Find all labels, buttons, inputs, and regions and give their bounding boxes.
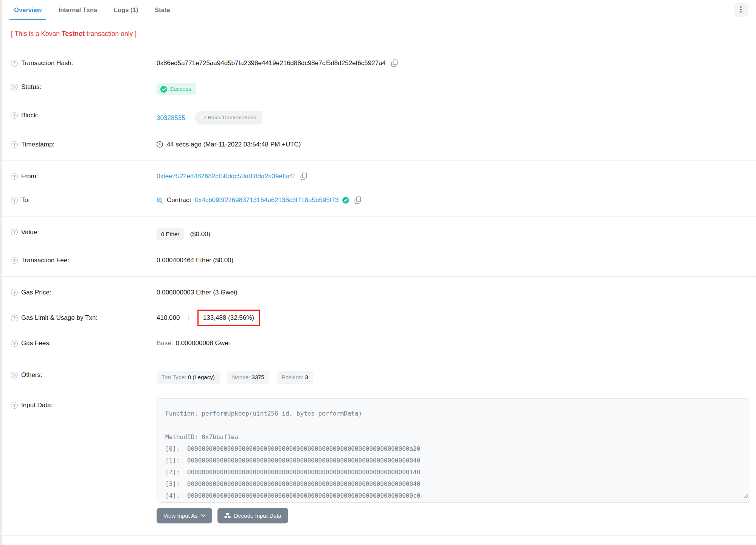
vertical-dots-icon bbox=[740, 6, 742, 14]
section-addresses: ? From: 0xfee7522e8482682cf50ddc50a0f8da… bbox=[2, 160, 756, 216]
value-ether-badge: 0 Ether bbox=[157, 228, 184, 241]
row-input-data: ? Input Data: Function: performUpkeep(ui… bbox=[2, 392, 756, 531]
help-icon[interactable]: ? bbox=[11, 173, 18, 180]
magnifier-icon[interactable] bbox=[157, 197, 163, 204]
input-data-actions: View Input As Decode Input Data bbox=[157, 508, 750, 523]
notice-prefix: [ This is a Kovan bbox=[11, 30, 62, 37]
section-others: ? Others: Txn Type: 0 (Legacy) Nonce: 33… bbox=[2, 359, 756, 536]
timestamp-label: Timestamp: bbox=[21, 140, 54, 148]
input-methodid-line: MethodID: 0x7bbaf1ea bbox=[165, 431, 742, 443]
chevron-down-icon bbox=[201, 514, 205, 517]
txn-type-badge: Txn Type: 0 (Legacy) bbox=[157, 371, 220, 384]
row-value: ? Value: 0 Ether ($0.00) bbox=[2, 220, 756, 249]
input-data-textarea[interactable]: Function: performUpkeep(uint256 id, byte… bbox=[157, 398, 750, 503]
tab-logs[interactable]: Logs (1) bbox=[106, 0, 146, 20]
cubes-icon bbox=[224, 513, 231, 519]
help-icon[interactable]: ? bbox=[11, 112, 18, 119]
gas-limit-value: 410,000 bbox=[157, 314, 180, 322]
transaction-fee-value: 0.000400464 Ether ($0.00) bbox=[157, 256, 233, 264]
help-icon[interactable]: ? bbox=[11, 84, 18, 90]
section-value: ? Value: 0 Ether ($0.00) ? Transaction F… bbox=[2, 216, 756, 277]
section-main: ? Transaction Hash: 0x86ed5a771e725aa94d… bbox=[2, 47, 756, 160]
input-param-line: [1]: 00000000000000000000000000000000000… bbox=[165, 455, 742, 466]
input-param-line: [3]: 00000000000000000000000000000000000… bbox=[165, 478, 742, 490]
input-data-label: Input Data: bbox=[21, 401, 53, 409]
resize-handle[interactable] bbox=[744, 493, 748, 500]
verified-check-icon bbox=[342, 197, 349, 204]
copy-icon[interactable] bbox=[391, 59, 398, 67]
transaction-overview-page: Overview Internal Txns Logs (1) State [ … bbox=[2, 0, 756, 545]
others-label: Others: bbox=[21, 371, 42, 379]
row-transaction-fee: ? Transaction Fee: 0.000400464 Ether ($0… bbox=[2, 248, 756, 272]
testnet-notice: [ This is a Kovan Testnet transaction on… bbox=[2, 20, 756, 47]
block-number-link[interactable]: 30328535 bbox=[157, 114, 185, 122]
transaction-hash-value: 0x86ed5a771e725aa94d5b7fa2398e4419e216d8… bbox=[157, 59, 386, 67]
gas-price-value: 0.000000003 Ether (3 Gwei) bbox=[157, 288, 238, 296]
row-timestamp: ? Timestamp: 44 secs ago (Mar-11-2022 03… bbox=[2, 132, 756, 156]
help-icon[interactable]: ? bbox=[11, 340, 18, 347]
to-address-link[interactable]: 0x4cb093f226983713164a62138c3f718a5b595f… bbox=[195, 196, 338, 204]
help-icon[interactable]: ? bbox=[11, 372, 18, 378]
gas-usage-annotation-box: 133,488 (32.56%) bbox=[197, 310, 260, 326]
help-icon[interactable]: ? bbox=[11, 229, 18, 235]
block-label: Block: bbox=[21, 111, 39, 119]
status-label: Status: bbox=[21, 83, 41, 91]
tab-state[interactable]: State bbox=[146, 0, 178, 20]
row-gas-fees: ? Gas Fees: Base: 0.000000008 Gwei bbox=[2, 331, 756, 355]
input-param-line: [2]: 00000000000000000000000000000000000… bbox=[165, 466, 742, 478]
decode-input-data-label: Decode Input Data bbox=[234, 512, 281, 519]
tab-internal-txns[interactable]: Internal Txns bbox=[50, 0, 106, 20]
copy-icon[interactable] bbox=[354, 196, 361, 204]
help-icon[interactable]: ? bbox=[11, 197, 18, 204]
row-gas-limit-usage: ? Gas Limit & Usage by Txn: 410,000 | 13… bbox=[2, 304, 756, 331]
gas-fees-base-label: Base: bbox=[157, 339, 173, 347]
to-label: To: bbox=[21, 196, 30, 204]
row-to: ? To: Contract 0x4cb093f226983713164a621… bbox=[2, 188, 756, 212]
input-param-line: [4]: 00000000000000000000000000000000000… bbox=[165, 490, 742, 501]
check-circle-icon bbox=[160, 86, 167, 93]
copy-icon[interactable] bbox=[300, 173, 307, 180]
decode-input-data-button[interactable]: Decode Input Data bbox=[217, 508, 288, 523]
notice-suffix: transaction only ] bbox=[85, 30, 137, 37]
more-options-button[interactable] bbox=[734, 3, 748, 17]
tab-bar: Overview Internal Txns Logs (1) State bbox=[2, 0, 756, 20]
help-icon[interactable]: ? bbox=[11, 60, 18, 67]
section-gas: ? Gas Price: 0.000000003 Ether (3 Gwei) … bbox=[2, 277, 756, 360]
notice-bold: Testnet bbox=[62, 30, 85, 37]
gas-limit-usage-label: Gas Limit & Usage by Txn: bbox=[21, 314, 98, 322]
gas-fees-label: Gas Fees: bbox=[21, 339, 51, 347]
help-icon[interactable]: ? bbox=[11, 402, 18, 409]
input-param-line: [0]: 00000000000000000000000000000000000… bbox=[165, 443, 742, 455]
view-input-as-button[interactable]: View Input As bbox=[157, 508, 212, 523]
help-icon[interactable]: ? bbox=[11, 257, 18, 264]
gas-fees-base-value: 0.000000008 Gwei bbox=[175, 339, 230, 347]
row-transaction-hash: ? Transaction Hash: 0x86ed5a771e725aa94d… bbox=[2, 51, 756, 75]
status-badge-text: Success bbox=[170, 86, 191, 93]
help-icon[interactable]: ? bbox=[11, 141, 18, 148]
tab-overview[interactable]: Overview bbox=[6, 0, 50, 20]
nonce-key: Nonce: bbox=[232, 374, 252, 380]
position-value: 3 bbox=[305, 374, 308, 380]
transaction-hash-label: Transaction Hash: bbox=[21, 59, 73, 67]
gas-usage-value: 133,488 (32.56%) bbox=[203, 314, 254, 321]
row-gas-price: ? Gas Price: 0.000000003 Ether (3 Gwei) bbox=[2, 280, 756, 304]
nonce-value: 3375 bbox=[251, 374, 264, 380]
value-label: Value: bbox=[21, 228, 39, 236]
txn-type-value: 0 (Legacy) bbox=[188, 374, 215, 380]
position-badge: Position: 3 bbox=[277, 371, 313, 384]
value-usd: ($0.00) bbox=[190, 230, 210, 238]
timestamp-value: 44 secs ago (Mar-11-2022 03:54:48 PM +UT… bbox=[167, 140, 301, 148]
help-icon[interactable]: ? bbox=[11, 315, 18, 321]
to-contract-prefix: Contract bbox=[167, 196, 191, 204]
row-block: ? Block: 30328535 7 Block Confirmations bbox=[2, 103, 756, 132]
txn-type-key: Txn Type: bbox=[161, 374, 188, 380]
gas-price-label: Gas Price: bbox=[21, 288, 51, 296]
input-function-line: Function: performUpkeep(uint256 id, byte… bbox=[165, 408, 742, 419]
transaction-fee-label: Transaction Fee: bbox=[21, 256, 69, 264]
from-address-link[interactable]: 0xfee7522e8482682cf50ddc50a0f8da2a39effa… bbox=[157, 172, 295, 180]
input-param-line: [5]: 00000000000000000000000000000000000… bbox=[165, 501, 742, 503]
position-key: Position: bbox=[282, 374, 305, 380]
row-status: ? Status: Success bbox=[2, 75, 756, 103]
gas-separator: | bbox=[183, 314, 192, 322]
help-icon[interactable]: ? bbox=[11, 289, 18, 296]
